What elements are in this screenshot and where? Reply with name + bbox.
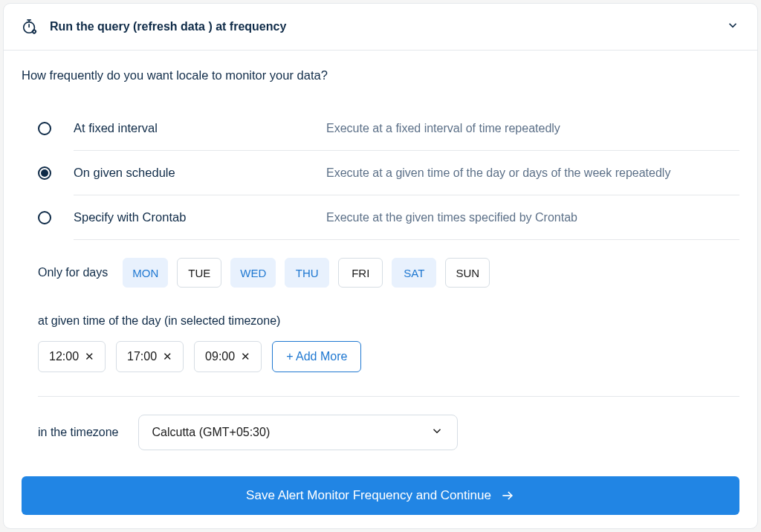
time-value: 12:00 [49,350,79,363]
day-chip-fri[interactable]: FRI [338,258,383,288]
time-chip[interactable]: 09:00✕ [194,341,262,372]
option-label: At fixed interval [74,121,326,135]
timezone-value: Calcutta (GMT+05:30) [152,426,271,439]
frequency-option[interactable]: On given scheduleExecute at a given time… [38,151,739,195]
times-row: 12:00✕17:00✕09:00✕ + Add More [38,341,739,372]
close-icon[interactable]: ✕ [241,350,250,363]
add-more-button[interactable]: + Add More [272,341,361,372]
day-chip-thu[interactable]: THU [285,258,329,288]
card-body: How frequently do you want locale to mon… [4,51,757,463]
card-title: Run the query (refresh data ) at frequen… [50,20,726,33]
frequency-option[interactable]: At fixed intervalExecute at a fixed inte… [38,106,739,150]
close-icon[interactable]: ✕ [85,350,94,363]
arrow-right-icon [500,488,515,503]
separator [38,396,739,397]
save-continue-button[interactable]: Save Alert Monitor Frequency and Continu… [22,476,739,515]
svg-point-4 [33,30,36,33]
frequency-card: Run the query (refresh data ) at frequen… [3,3,758,529]
stopwatch-gear-icon [22,19,38,35]
day-chip-sat[interactable]: SAT [392,258,436,288]
timezone-row: in the timezone Calcutta (GMT+05:30) [38,415,739,450]
separator [74,239,739,240]
days-row: Only for days MONTUEWEDTHUFRISATSUN [38,258,739,288]
day-chip-wed[interactable]: WED [230,258,276,288]
days-label: Only for days [38,266,108,279]
days-section: Only for days MONTUEWEDTHUFRISATSUN at g… [38,258,739,372]
times-label: at given time of the day (in selected ti… [38,314,739,328]
option-description: Execute at a given time of the day or da… [326,166,739,180]
time-chips: 12:00✕17:00✕09:00✕ [38,341,262,372]
frequency-question: How frequently do you want locale to mon… [22,68,739,82]
timezone-select[interactable]: Calcutta (GMT+05:30) [138,415,458,450]
card-header[interactable]: Run the query (refresh data ) at frequen… [4,4,757,51]
frequency-options: At fixed intervalExecute at a fixed inte… [22,106,739,240]
chevron-down-icon[interactable] [726,19,739,35]
option-description: Execute at a fixed interval of time repe… [326,122,739,135]
radio-button[interactable] [38,211,51,224]
chevron-down-icon [430,424,444,441]
close-icon[interactable]: ✕ [163,350,172,363]
radio-col [38,166,74,180]
time-chip[interactable]: 17:00✕ [116,341,184,372]
option-description: Execute at the given times specified by … [326,211,739,224]
card-footer: Save Alert Monitor Frequency and Continu… [4,463,757,528]
frequency-option[interactable]: Specify with CrontabExecute at the given… [38,195,739,239]
save-button-label: Save Alert Monitor Frequency and Continu… [246,488,491,503]
radio-col [38,211,74,224]
days-chips: MONTUEWEDTHUFRISATSUN [123,258,490,288]
timezone-label: in the timezone [38,426,119,439]
option-label: Specify with Crontab [74,210,326,224]
day-chip-tue[interactable]: TUE [177,258,221,288]
time-chip[interactable]: 12:00✕ [38,341,106,372]
radio-button[interactable] [38,166,51,180]
day-chip-mon[interactable]: MON [123,258,168,288]
time-value: 17:00 [127,350,157,363]
radio-col [38,122,74,135]
day-chip-sun[interactable]: SUN [445,258,490,288]
radio-button[interactable] [38,122,51,135]
option-label: On given schedule [74,166,326,180]
time-value: 09:00 [205,350,235,363]
